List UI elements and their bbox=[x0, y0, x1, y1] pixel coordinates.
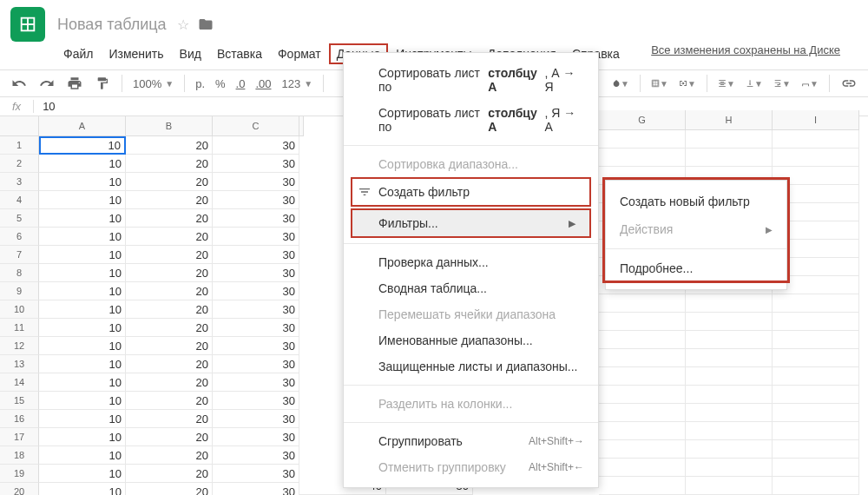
col-header-b[interactable]: B bbox=[126, 116, 213, 136]
menu-view[interactable]: Вид bbox=[172, 43, 209, 64]
formula-input[interactable]: 10 bbox=[34, 100, 55, 113]
menu-format[interactable]: Формат bbox=[270, 43, 329, 64]
row-header[interactable]: 12 bbox=[0, 337, 39, 355]
cell[interactable]: 20 bbox=[126, 246, 213, 264]
row-header[interactable]: 7 bbox=[0, 246, 39, 264]
cell[interactable] bbox=[599, 130, 686, 148]
row-header[interactable]: 8 bbox=[0, 264, 39, 282]
menu-named-ranges[interactable]: Именованные диапазоны... bbox=[344, 327, 598, 353]
horizontal-align-icon[interactable]: ▼ bbox=[718, 75, 735, 92]
cell[interactable] bbox=[599, 422, 686, 440]
cell[interactable]: 20 bbox=[126, 355, 213, 373]
cell[interactable]: 10 bbox=[39, 319, 126, 337]
zoom-select[interactable]: 100%▼ bbox=[133, 77, 174, 90]
cell[interactable] bbox=[686, 477, 773, 495]
currency-ruble[interactable]: р. bbox=[195, 77, 205, 90]
cell[interactable]: 30 bbox=[213, 483, 299, 495]
cell[interactable]: 30 bbox=[213, 392, 299, 410]
cell[interactable]: 10 bbox=[39, 392, 126, 410]
cell[interactable]: 10 bbox=[39, 155, 126, 173]
cell[interactable]: 20 bbox=[126, 209, 213, 228]
cell[interactable] bbox=[773, 459, 859, 477]
cell[interactable]: 20 bbox=[126, 446, 213, 465]
cell[interactable]: 10 bbox=[39, 173, 126, 191]
menu-insert[interactable]: Вставка bbox=[209, 43, 270, 64]
row-header[interactable]: 20 bbox=[0, 483, 39, 495]
redo-icon[interactable] bbox=[38, 75, 56, 92]
borders-icon[interactable]: ▼ bbox=[651, 75, 668, 92]
cell[interactable]: 20 bbox=[126, 136, 213, 155]
menu-file[interactable]: Файл bbox=[56, 43, 101, 64]
cell[interactable]: 20 bbox=[126, 282, 213, 300]
cell[interactable]: 10 bbox=[39, 264, 126, 282]
row-header[interactable]: 15 bbox=[0, 392, 39, 410]
cell[interactable] bbox=[773, 331, 859, 349]
cell[interactable]: 10 bbox=[39, 428, 126, 446]
cell[interactable]: 10 bbox=[39, 446, 126, 465]
col-header-c[interactable]: C bbox=[213, 116, 299, 136]
increase-decimal[interactable]: .00 bbox=[255, 77, 271, 90]
menu-sort-za[interactable]: Сортировать лист по столбцу A, Я → A bbox=[344, 100, 598, 140]
cell[interactable]: 20 bbox=[126, 392, 213, 410]
row-header[interactable]: 4 bbox=[0, 191, 39, 209]
paint-format-icon[interactable] bbox=[94, 75, 111, 92]
cell[interactable] bbox=[599, 459, 686, 477]
cell[interactable]: 30 bbox=[213, 446, 299, 465]
cell[interactable] bbox=[686, 386, 773, 404]
menu-group[interactable]: СгруппироватьAlt+Shift+→ bbox=[344, 428, 598, 454]
cell[interactable]: 30 bbox=[213, 173, 299, 191]
cell[interactable]: 30 bbox=[213, 300, 299, 319]
cell[interactable]: 10 bbox=[39, 410, 126, 428]
cell[interactable]: 20 bbox=[126, 373, 213, 392]
cell[interactable]: 30 bbox=[213, 355, 299, 373]
cell[interactable] bbox=[599, 404, 686, 422]
cell[interactable] bbox=[773, 404, 859, 422]
cell[interactable] bbox=[686, 331, 773, 349]
cell[interactable]: 20 bbox=[126, 319, 213, 337]
cell[interactable] bbox=[686, 130, 773, 148]
cell[interactable] bbox=[773, 148, 859, 167]
cell[interactable] bbox=[773, 294, 859, 313]
menu-sort-az[interactable]: Сортировать лист по столбцу A, А → Я bbox=[344, 60, 598, 100]
col-header-h[interactable]: H bbox=[686, 110, 773, 130]
cell[interactable]: 20 bbox=[126, 155, 213, 173]
col-header-a[interactable]: A bbox=[39, 116, 126, 136]
cell[interactable]: 30 bbox=[213, 228, 299, 246]
cell[interactable]: 20 bbox=[126, 428, 213, 446]
row-header[interactable]: 2 bbox=[0, 155, 39, 173]
text-rotation-icon[interactable]: ▼ bbox=[801, 75, 819, 92]
cell[interactable] bbox=[773, 349, 859, 367]
cell[interactable]: 30 bbox=[213, 209, 299, 228]
cell[interactable] bbox=[686, 367, 773, 386]
menu-filters[interactable]: Фильтры...▶ bbox=[352, 210, 589, 236]
cell[interactable]: 20 bbox=[126, 337, 213, 355]
cell[interactable] bbox=[773, 367, 859, 386]
cell[interactable]: 20 bbox=[126, 173, 213, 191]
row-header[interactable]: 3 bbox=[0, 173, 39, 191]
cell[interactable] bbox=[773, 422, 859, 440]
insert-link-icon[interactable] bbox=[840, 75, 858, 92]
cell[interactable] bbox=[599, 294, 686, 313]
more-formats[interactable]: 123▼ bbox=[281, 77, 312, 90]
cell[interactable]: 10 bbox=[39, 246, 126, 264]
cell[interactable]: 20 bbox=[126, 264, 213, 282]
vertical-align-icon[interactable]: ▼ bbox=[746, 75, 763, 92]
row-header[interactable]: 18 bbox=[0, 446, 39, 465]
cell[interactable] bbox=[599, 386, 686, 404]
menu-protected[interactable]: Защищенные листы и диапазоны... bbox=[344, 353, 598, 380]
cell[interactable] bbox=[599, 367, 686, 386]
cell[interactable]: 30 bbox=[213, 136, 299, 155]
cell[interactable]: 10 bbox=[39, 483, 126, 495]
cell[interactable]: 30 bbox=[213, 465, 299, 483]
menu-edit[interactable]: Изменить bbox=[101, 43, 171, 64]
cell[interactable] bbox=[686, 404, 773, 422]
cell[interactable]: 30 bbox=[213, 428, 299, 446]
cell[interactable]: 10 bbox=[39, 373, 126, 392]
print-icon[interactable] bbox=[66, 75, 83, 92]
row-header[interactable]: 14 bbox=[0, 373, 39, 392]
row-header[interactable]: 13 bbox=[0, 355, 39, 373]
cell[interactable]: 30 bbox=[213, 191, 299, 209]
cell[interactable] bbox=[686, 313, 773, 331]
cell[interactable] bbox=[773, 130, 859, 148]
cell[interactable]: 20 bbox=[126, 300, 213, 319]
